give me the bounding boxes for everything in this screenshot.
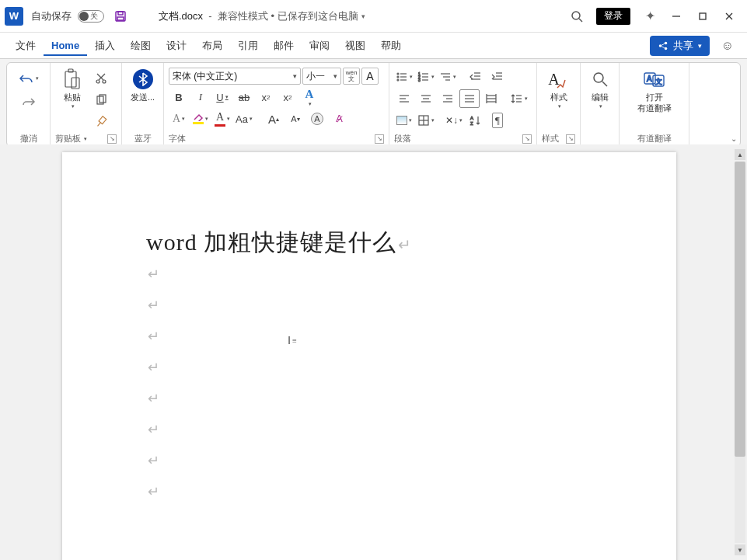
empty-paragraph[interactable]: ↵ — [146, 383, 592, 414]
tab-help[interactable]: 帮助 — [373, 34, 409, 57]
multilevel-list-button[interactable]: ▾ — [438, 68, 458, 86]
format-painter-button[interactable] — [91, 113, 111, 131]
asian-layout-button[interactable]: ✕↓▾ — [444, 111, 464, 130]
bluetooth-send-button[interactable]: 发送... — [127, 66, 159, 102]
align-justify-button[interactable] — [459, 89, 480, 108]
show-marks-button[interactable]: ¶ — [487, 111, 508, 130]
window-close-button[interactable] — [716, 5, 742, 28]
decrease-indent-button[interactable] — [466, 68, 486, 86]
group-bluetooth: 发送... 蓝牙 — [122, 63, 164, 146]
tab-file[interactable]: 文件 — [8, 34, 44, 57]
svg-line-72 — [602, 82, 607, 86]
bullets-button[interactable]: ▾ — [394, 68, 414, 86]
styles-button[interactable]: A 样式 ▾ — [542, 66, 575, 110]
window-title[interactable]: 文档.docx - 兼容性模式 • 已保存到这台电脑 ▾ — [159, 9, 365, 23]
line-spacing-button[interactable]: ▾ — [509, 89, 529, 108]
empty-paragraph[interactable]: ↵ — [146, 290, 592, 321]
dialog-launcher-icon[interactable]: ↘ — [522, 134, 532, 144]
align-distributed-button[interactable] — [481, 89, 501, 108]
chevron-down-icon: ▾ — [698, 42, 702, 50]
highlight-button[interactable]: ▾ — [190, 110, 211, 128]
change-case-button[interactable]: Aa▾ — [234, 110, 254, 128]
clear-formatting-button[interactable]: A̷ — [329, 110, 349, 128]
grow-font-button[interactable]: A▴ — [264, 110, 284, 128]
editing-button[interactable]: 编辑 ▾ — [585, 66, 614, 110]
empty-paragraph[interactable]: ↵ — [146, 414, 592, 445]
tab-design[interactable]: 设计 — [159, 34, 194, 57]
copy-button[interactable] — [91, 91, 111, 110]
page[interactable]: word 加粗快捷键是什么↵ ↵ ↵ ↵ ↵ ↵ ↵ ↵ ↵ Ⅰ≡ — [62, 152, 676, 560]
svg-point-9 — [659, 44, 662, 47]
font-size-select[interactable]: 小一▾ — [302, 68, 341, 85]
autosave-toggle[interactable]: 关 — [78, 10, 104, 23]
tab-mailings[interactable]: 邮件 — [266, 34, 302, 57]
empty-paragraph[interactable]: ↵ — [146, 259, 592, 290]
youdao-translate-button[interactable]: A文 打开 有道翻译 — [627, 66, 682, 113]
share-button[interactable]: 共享 ▾ — [650, 36, 710, 56]
tab-review[interactable]: 审阅 — [302, 34, 337, 57]
sort-button[interactable]: AZ — [466, 111, 486, 130]
underline-button[interactable]: U▾ — [212, 88, 232, 106]
save-button[interactable] — [113, 9, 127, 23]
document-heading[interactable]: word 加粗快捷键是什么↵ — [146, 227, 592, 259]
tab-view[interactable]: 视图 — [337, 34, 373, 57]
ribbon: ▾ 撤消 粘贴 ▾ 剪贴板▾ ↘ — [0, 59, 747, 147]
redo-button[interactable] — [19, 92, 39, 111]
svg-line-24 — [98, 123, 101, 127]
group-label-translate: 有道翻译 — [624, 131, 684, 144]
tab-draw[interactable]: 绘图 — [123, 34, 159, 57]
tab-home[interactable]: Home — [44, 35, 87, 56]
vertical-scrollbar[interactable]: ▲ ▼ — [735, 149, 745, 555]
empty-paragraph[interactable]: ↵ — [146, 352, 592, 383]
empty-paragraph[interactable]: ↵ — [146, 321, 592, 352]
dialog-launcher-icon[interactable]: ↘ — [107, 134, 117, 144]
empty-paragraph[interactable]: ↵ — [146, 476, 592, 507]
dialog-launcher-icon[interactable]: ↘ — [566, 134, 575, 144]
search-button[interactable] — [564, 5, 590, 28]
empty-paragraph[interactable]: ↵ — [146, 445, 592, 476]
window-restore-button[interactable] — [689, 5, 716, 28]
phonetic-guide-button[interactable]: wén文 — [343, 68, 360, 85]
italic-button[interactable]: I — [190, 88, 211, 106]
ribbon-collapse[interactable]: ⌄ — [689, 63, 740, 146]
borders-button[interactable]: ▾ — [416, 111, 436, 130]
svg-point-10 — [665, 41, 668, 44]
tab-layout[interactable]: 布局 — [194, 34, 230, 57]
shading-button[interactable]: ▾ — [394, 111, 414, 130]
font-color-clear-button[interactable]: A▾ — [169, 110, 189, 128]
coming-soon-button[interactable]: ✦ — [637, 5, 663, 28]
scroll-thumb[interactable] — [735, 162, 745, 457]
strikethrough-button[interactable]: ab — [234, 88, 254, 106]
align-left-button[interactable] — [394, 89, 414, 108]
increase-indent-button[interactable] — [487, 68, 508, 86]
undo-button[interactable]: ▾ — [19, 69, 39, 88]
dialog-launcher-icon[interactable]: ↘ — [375, 134, 384, 144]
subscript-button[interactable]: x2 — [256, 88, 276, 106]
font-name-select[interactable]: 宋体 (中文正文)▾ — [169, 68, 301, 85]
align-center-button[interactable] — [416, 89, 436, 108]
char-border-button[interactable]: A — [361, 68, 379, 85]
word-logo-icon: W — [5, 7, 23, 26]
svg-rect-6 — [700, 13, 706, 19]
numbering-button[interactable]: 123▾ — [416, 68, 436, 86]
bold-button[interactable]: B — [169, 88, 189, 106]
font-color-button[interactable]: A▾ — [212, 110, 232, 128]
chevron-down-icon: ▾ — [361, 12, 365, 20]
account-icon[interactable]: ☺ — [716, 39, 739, 53]
cut-button[interactable] — [91, 69, 111, 88]
login-button[interactable]: 登录 — [590, 5, 637, 28]
window-minimize-button[interactable] — [663, 5, 689, 28]
superscript-button[interactable]: x2 — [278, 88, 298, 106]
paste-button[interactable]: 粘贴 ▾ — [55, 66, 89, 110]
enclosed-char-button[interactable]: A — [307, 110, 327, 128]
document-area: word 加粗快捷键是什么↵ ↵ ↵ ↵ ↵ ↵ ↵ ↵ ↵ Ⅰ≡ ▲ ▼ — [0, 144, 747, 560]
scroll-down-button[interactable]: ▼ — [735, 544, 745, 555]
scroll-track[interactable] — [735, 162, 745, 543]
scroll-up-button[interactable]: ▲ — [735, 149, 745, 160]
tab-insert[interactable]: 插入 — [87, 34, 123, 57]
title-bar: W 自动保存 关 文档.docx - 兼容性模式 • 已保存到这台电脑 ▾ 登录… — [0, 0, 747, 33]
shrink-font-button[interactable]: A▾ — [285, 110, 305, 128]
align-right-button[interactable] — [438, 89, 458, 108]
tab-references[interactable]: 引用 — [230, 34, 266, 57]
text-effects-button[interactable]: A▾ — [299, 88, 319, 106]
